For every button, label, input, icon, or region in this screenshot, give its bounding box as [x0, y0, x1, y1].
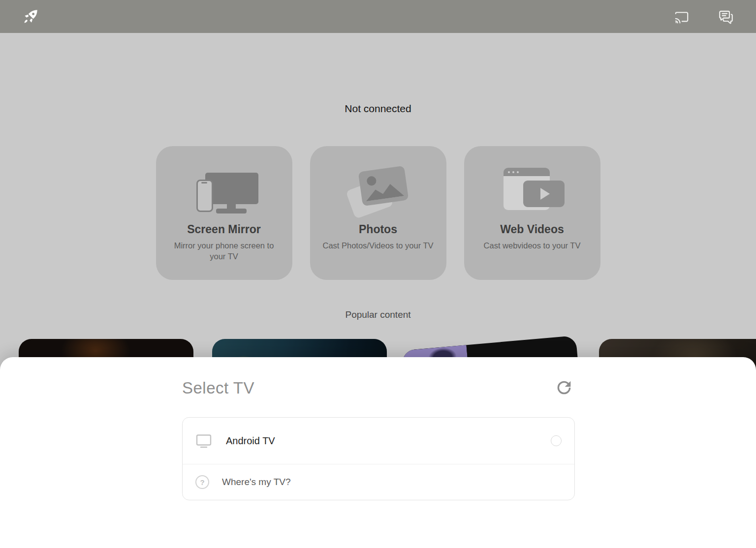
card-title: Web Videos — [500, 223, 564, 236]
top-bar-actions — [673, 8, 734, 25]
card-title: Photos — [359, 223, 397, 236]
photo-stack-icon — [329, 167, 427, 216]
connection-status: Not connected — [0, 103, 756, 115]
feedback-chat-icon[interactable] — [718, 8, 734, 25]
card-subtitle: Mirror your phone screen to your TV — [166, 241, 282, 262]
card-subtitle: Cast Photos/Videos to your TV — [320, 241, 436, 251]
card-photos[interactable]: Photos Cast Photos/Videos to your TV — [310, 146, 446, 280]
device-list: Android TV ? Where's my TV? — [182, 417, 575, 500]
feature-cards-row: Screen Mirror Mirror your phone screen t… — [0, 146, 756, 280]
card-screen-mirror[interactable]: Screen Mirror Mirror your phone screen t… — [156, 146, 292, 280]
question-circle-icon: ? — [195, 475, 209, 489]
cast-icon[interactable] — [673, 8, 690, 25]
popular-content-heading: Popular content — [0, 309, 756, 320]
help-label: Where's my TV? — [222, 477, 290, 487]
select-tv-bottom-sheet: Select TV Android TV ? Where's my TV? — [0, 357, 756, 548]
refresh-icon[interactable] — [554, 378, 574, 397]
tv-display-icon — [195, 433, 212, 448]
device-name: Android TV — [226, 435, 275, 447]
browser-video-icon — [483, 167, 581, 216]
card-title: Screen Mirror — [187, 223, 261, 236]
phone-tv-mirror-icon — [175, 167, 273, 216]
wheres-my-tv-row[interactable]: ? Where's my TV? — [183, 464, 574, 500]
rocket-icon — [22, 8, 39, 26]
card-subtitle: Cast webvideos to your TV — [474, 241, 590, 251]
device-row-android-tv[interactable]: Android TV — [183, 418, 574, 464]
top-bar — [0, 0, 756, 33]
sheet-title: Select TV — [182, 379, 254, 397]
radio-unselected-icon[interactable] — [551, 435, 562, 446]
card-web-videos[interactable]: Web Videos Cast webvideos to your TV — [464, 146, 600, 280]
